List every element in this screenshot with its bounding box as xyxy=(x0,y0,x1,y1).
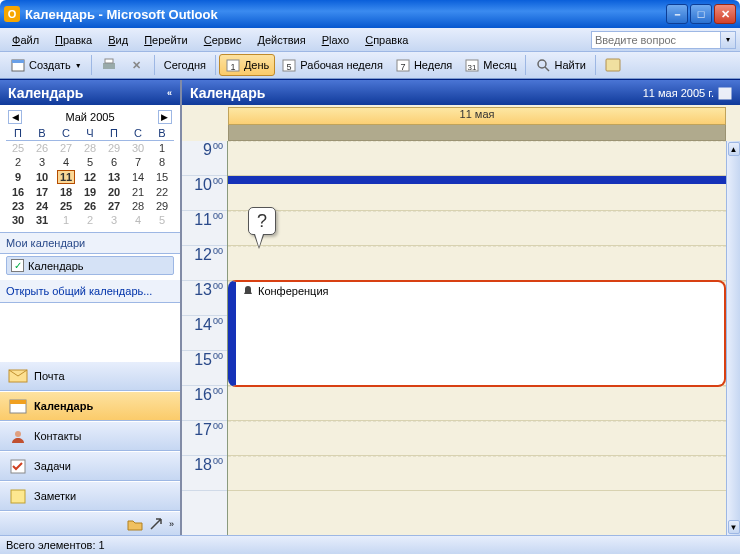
my-calendars-header: Мои календари xyxy=(0,233,180,253)
mini-calendar-day[interactable]: 26 xyxy=(78,199,102,213)
day-column-header[interactable]: 11 мая xyxy=(228,107,726,125)
menu-plaxo[interactable]: Plaxo xyxy=(314,31,358,49)
help-search-dropdown[interactable]: ▾ xyxy=(721,31,736,49)
nav-button-tasks[interactable]: Задачи xyxy=(0,451,180,481)
mini-calendar-day[interactable]: 1 xyxy=(150,141,174,156)
delete-button[interactable]: ✕ xyxy=(123,54,151,76)
calendar-header: Календарь 11 мая 2005 г. xyxy=(182,80,740,105)
mini-calendar-day[interactable]: 26 xyxy=(30,141,54,156)
mini-calendar-day[interactable]: 1 xyxy=(54,213,78,227)
folder-icon[interactable] xyxy=(127,517,143,531)
nav-button-contacts[interactable]: Контакты xyxy=(0,421,180,451)
menu-help[interactable]: Справка xyxy=(357,31,416,49)
collapse-icon[interactable]: « xyxy=(167,88,172,98)
mini-calendar-grid[interactable]: ПВСЧПСВ 25262728293012345678910111213141… xyxy=(6,126,174,227)
mini-calendar-day[interactable]: 16 xyxy=(6,185,30,199)
mini-calendar-day[interactable]: 5 xyxy=(78,155,102,169)
month-view-button[interactable]: 31 Месяц xyxy=(458,54,522,76)
mini-calendar-day[interactable]: 2 xyxy=(6,155,30,169)
time-slot[interactable] xyxy=(228,141,726,176)
next-month-button[interactable]: ▶ xyxy=(158,110,172,124)
workweek-view-button[interactable]: 5 Рабочая неделя xyxy=(275,54,389,76)
hour-label: 1700 xyxy=(182,421,227,456)
mini-calendar-day[interactable]: 29 xyxy=(102,141,126,156)
configure-buttons-icon[interactable]: » xyxy=(169,519,174,529)
nav-button-notes[interactable]: Заметки xyxy=(0,481,180,511)
time-slot[interactable] xyxy=(228,211,726,246)
menu-tools[interactable]: Сервис xyxy=(196,31,250,49)
mini-calendar-day[interactable]: 20 xyxy=(102,185,126,199)
print-button[interactable] xyxy=(95,54,123,76)
vertical-scrollbar[interactable]: ▲ ▼ xyxy=(726,141,740,535)
mini-calendar-day[interactable]: 5 xyxy=(150,213,174,227)
nav-button-mail[interactable]: Почта xyxy=(0,361,180,391)
help-search-input[interactable] xyxy=(591,31,721,49)
mini-calendar-day[interactable]: 30 xyxy=(6,213,30,227)
close-button[interactable]: ✕ xyxy=(714,4,736,24)
mini-calendar-day[interactable]: 2 xyxy=(78,213,102,227)
mini-calendar-day[interactable]: 27 xyxy=(54,141,78,156)
time-slot[interactable] xyxy=(228,246,726,281)
time-slot[interactable] xyxy=(228,386,726,421)
new-button[interactable]: Создать▼ xyxy=(4,54,88,76)
week-icon: 7 xyxy=(395,57,411,73)
maximize-button[interactable]: □ xyxy=(690,4,712,24)
find-button[interactable]: Найти xyxy=(529,54,591,76)
mini-calendar-day[interactable]: 7 xyxy=(126,155,150,169)
mini-calendar-day[interactable]: 28 xyxy=(78,141,102,156)
menu-view[interactable]: Вид xyxy=(100,31,136,49)
nav-button-calendar[interactable]: Календарь xyxy=(0,391,180,421)
mini-calendar-day[interactable]: 4 xyxy=(126,213,150,227)
time-slot[interactable] xyxy=(228,456,726,491)
mini-calendar-day[interactable]: 17 xyxy=(30,185,54,199)
mini-calendar-day[interactable]: 3 xyxy=(30,155,54,169)
time-slots[interactable]: Конференция ? xyxy=(228,141,726,535)
mini-calendar-day[interactable]: 21 xyxy=(126,185,150,199)
mini-calendar-day[interactable]: 25 xyxy=(54,199,78,213)
calendar-list-item[interactable]: ✓ Календарь xyxy=(6,256,174,275)
mini-calendar-day[interactable]: 29 xyxy=(150,199,174,213)
mini-calendar-day[interactable]: 23 xyxy=(6,199,30,213)
scroll-down-button[interactable]: ▼ xyxy=(728,520,740,534)
prev-month-button[interactable]: ◀ xyxy=(8,110,22,124)
mini-calendar-day[interactable]: 14 xyxy=(126,169,150,185)
mini-calendar-day[interactable]: 15 xyxy=(150,169,174,185)
mini-calendar-day[interactable]: 30 xyxy=(126,141,150,156)
mini-calendar-day[interactable]: 11 xyxy=(54,169,78,185)
mini-calendar-day[interactable]: 6 xyxy=(102,155,126,169)
shortcut-icon[interactable] xyxy=(149,517,163,531)
mini-calendar-day[interactable]: 9 xyxy=(6,169,30,185)
svg-rect-20 xyxy=(11,490,25,503)
mini-calendar-day[interactable]: 22 xyxy=(150,185,174,199)
appointment-item[interactable]: Конференция xyxy=(228,280,726,387)
calendar-checkbox[interactable]: ✓ xyxy=(11,259,24,272)
mini-calendar-day[interactable]: 10 xyxy=(30,169,54,185)
menu-file[interactable]: Файл xyxy=(4,31,47,49)
mini-calendar-day[interactable]: 18 xyxy=(54,185,78,199)
svg-text:31: 31 xyxy=(468,63,477,72)
open-shared-calendar-link[interactable]: Открыть общий календарь... xyxy=(0,280,180,303)
address-book-button[interactable] xyxy=(599,54,627,76)
time-slot[interactable] xyxy=(228,421,726,456)
mini-calendar-day[interactable]: 24 xyxy=(30,199,54,213)
mini-calendar-day[interactable]: 13 xyxy=(102,169,126,185)
mini-calendar-day[interactable]: 27 xyxy=(102,199,126,213)
scroll-up-button[interactable]: ▲ xyxy=(728,142,740,156)
mini-calendar-day[interactable]: 8 xyxy=(150,155,174,169)
minimize-button[interactable]: － xyxy=(666,4,688,24)
menu-go[interactable]: Перейти xyxy=(136,31,196,49)
mini-calendar-day[interactable]: 25 xyxy=(6,141,30,156)
menu-edit[interactable]: Правка xyxy=(47,31,100,49)
mini-calendar-day[interactable]: 12 xyxy=(78,169,102,185)
menu-actions[interactable]: Действия xyxy=(249,31,313,49)
mini-calendar-day[interactable]: 3 xyxy=(102,213,126,227)
mini-calendar-day[interactable]: 4 xyxy=(54,155,78,169)
mini-calendar-day[interactable]: 31 xyxy=(30,213,54,227)
mini-calendar-day[interactable]: 28 xyxy=(126,199,150,213)
mini-calendar-day[interactable]: 19 xyxy=(78,185,102,199)
week-view-button[interactable]: 7 Неделя xyxy=(389,54,458,76)
svg-text:5: 5 xyxy=(287,62,292,72)
day-view-button[interactable]: 1 День xyxy=(219,54,275,76)
allday-strip[interactable] xyxy=(228,125,726,141)
today-button[interactable]: Сегодня xyxy=(158,54,212,76)
